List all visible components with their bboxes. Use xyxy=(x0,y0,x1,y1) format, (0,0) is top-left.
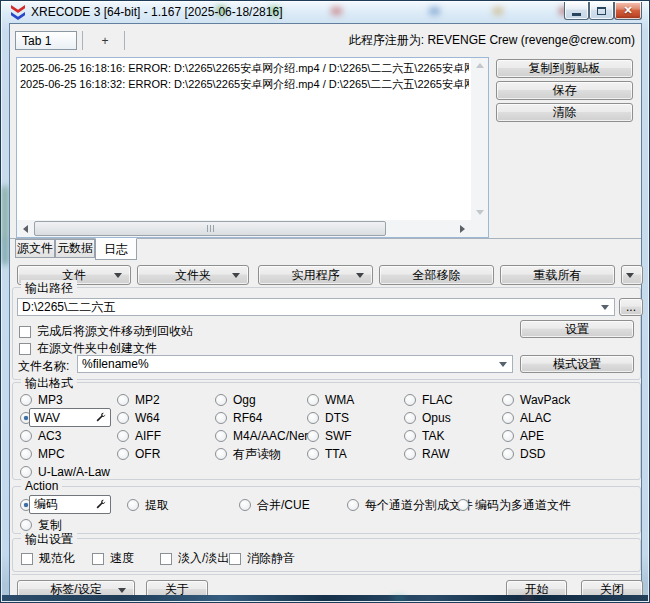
format-wav-settings-box[interactable]: WAV xyxy=(29,408,111,427)
format-option-aiff[interactable]: AIFF xyxy=(117,429,161,443)
add-tab-label: + xyxy=(101,34,108,48)
radio-icon xyxy=(127,499,139,511)
titlebar[interactable]: XRECODE 3 [64-bit] - 1.167 [2025-06-18/2… xyxy=(1,1,649,23)
checkbox-icon xyxy=(160,553,172,565)
settings-button[interactable]: 设置 xyxy=(520,320,634,338)
radio-icon xyxy=(20,448,32,460)
format-option-alac[interactable]: ALAC xyxy=(502,411,551,425)
action-option-merge-cue[interactable]: 合并/CUE xyxy=(239,498,310,512)
action-option-split-channels[interactable]: 每个通道分割成文件 xyxy=(347,498,473,512)
radio-icon xyxy=(215,412,227,424)
app-window: XRECODE 3 [64-bit] - 1.167 [2025-06-18/2… xyxy=(0,0,650,603)
desktop-smudge xyxy=(2,239,8,265)
checkbox-icon xyxy=(21,553,33,565)
action-encode-settings-box[interactable]: 编码 xyxy=(29,495,111,514)
scroll-left-button[interactable] xyxy=(17,220,34,237)
format-option-audiobook[interactable]: 有声读物 xyxy=(215,447,281,461)
action-option-multichannel[interactable]: 编码为多通道文件 xyxy=(457,498,571,512)
format-option-rf64[interactable]: RF64 xyxy=(215,411,262,425)
reload-all-button[interactable]: 重载所有 xyxy=(500,265,615,285)
chevron-down-icon xyxy=(601,305,609,310)
close-button[interactable]: ✕ xyxy=(614,2,642,20)
format-option-w64[interactable]: W64 xyxy=(117,411,160,425)
chevron-down-icon xyxy=(232,273,240,278)
minimize-button[interactable] xyxy=(564,2,589,20)
filename-pattern-combobox[interactable]: %filename% xyxy=(77,355,513,373)
fade-label: 淡入/淡出 xyxy=(178,550,229,567)
format-label: SWF xyxy=(325,429,352,443)
format-option-flac[interactable]: FLAC xyxy=(404,393,453,407)
horizontal-scrollbar[interactable] xyxy=(17,220,471,237)
action-option-copy[interactable]: 复制 xyxy=(20,518,62,532)
format-option-ape[interactable]: APE xyxy=(502,429,544,443)
maximize-button[interactable] xyxy=(589,2,614,20)
format-option-mpc[interactable]: MPC xyxy=(20,447,65,461)
format-option-mp3[interactable]: MP3 xyxy=(20,393,63,407)
more-options-button[interactable] xyxy=(621,265,643,285)
format-label: Ogg xyxy=(233,393,256,407)
move-to-recycle-checkbox[interactable]: 完成后将源文件移动到回收站 xyxy=(19,323,193,340)
fade-checkbox[interactable]: 淡入/淡出 xyxy=(160,550,229,567)
filename-pattern-value: %filename% xyxy=(82,357,149,371)
scroll-right-button[interactable] xyxy=(454,220,471,237)
tab-log[interactable]: 日志 xyxy=(95,238,137,260)
remove-all-button[interactable]: 全部移除 xyxy=(379,265,494,285)
format-option-raw[interactable]: RAW xyxy=(404,447,450,461)
browse-button[interactable]: ... xyxy=(619,298,643,316)
save-button[interactable]: 保存 xyxy=(496,81,633,100)
scrollbar-thumb[interactable] xyxy=(34,221,386,236)
action-group-label: Action xyxy=(21,479,62,493)
remove-silence-checkbox[interactable]: 消除静音 xyxy=(229,550,295,567)
scroll-down-icon[interactable] xyxy=(476,210,484,215)
copy-label: 复制到剪贴板 xyxy=(529,60,601,77)
format-option-ulaw-alaw[interactable]: U-Law/A-Law xyxy=(20,465,110,479)
xrecode-logo-icon xyxy=(11,5,25,20)
format-option-dts[interactable]: DTS xyxy=(307,411,349,425)
tabbar-separator xyxy=(82,31,83,50)
format-label: DSD xyxy=(520,447,545,461)
pattern-settings-button[interactable]: 模式设置 xyxy=(520,355,634,373)
folder-menu-button[interactable]: 文件夹 xyxy=(137,265,249,285)
checkbox-icon xyxy=(19,326,31,338)
thumb-grip xyxy=(210,225,211,232)
radio-icon xyxy=(117,394,129,406)
format-option-ofr[interactable]: OFR xyxy=(117,447,160,461)
utilities-menu-button[interactable]: 实用程序 xyxy=(258,265,373,285)
format-option-ogg[interactable]: Ogg xyxy=(215,393,256,407)
remove-all-label: 全部移除 xyxy=(413,267,461,284)
output-path-combobox[interactable]: D:\2265\二二六五 xyxy=(17,298,615,316)
checkbox-icon xyxy=(229,553,241,565)
maximize-icon xyxy=(597,7,606,15)
radio-icon xyxy=(502,412,514,424)
format-option-swf[interactable]: SWF xyxy=(307,429,352,443)
action-label: 合并/CUE xyxy=(257,497,310,514)
add-tab-button[interactable]: + xyxy=(92,31,118,50)
log-view[interactable]: 2025-06-25 16:18:16: ERROR: D:\2265\2265… xyxy=(16,57,489,238)
thumb-grip xyxy=(213,225,214,232)
tabbar-separator xyxy=(124,31,125,50)
format-option-wma[interactable]: WMA xyxy=(307,393,354,407)
tab-1[interactable]: Tab 1 xyxy=(15,31,77,50)
format-option-tak[interactable]: TAK xyxy=(404,429,444,443)
tab-metadata[interactable]: 元数据 xyxy=(55,239,95,258)
format-option-opus[interactable]: Opus xyxy=(404,411,451,425)
normalize-checkbox[interactable]: 规范化 xyxy=(21,550,75,567)
vertical-scrollbar[interactable] xyxy=(471,58,488,220)
format-option-tta[interactable]: TTA xyxy=(307,447,347,461)
output-path-value: D:\2265\二二六五 xyxy=(22,299,115,316)
format-option-mp2[interactable]: MP2 xyxy=(117,393,160,407)
format-option-dsd[interactable]: DSD xyxy=(502,447,545,461)
copy-to-clipboard-button[interactable]: 复制到剪贴板 xyxy=(496,59,633,78)
format-option-ac3[interactable]: AC3 xyxy=(20,429,61,443)
scroll-up-icon[interactable] xyxy=(476,63,484,68)
bottom-separator xyxy=(12,574,641,575)
format-option-wavpack[interactable]: WavPack xyxy=(502,393,570,407)
action-option-extract[interactable]: 提取 xyxy=(127,498,169,512)
client-area: Tab 1 + 此程序注册为: REVENGE Crew (revenge@cr… xyxy=(9,23,642,598)
format-option-m4a[interactable]: M4A/AAC/Nero xyxy=(215,429,315,443)
tab-1-label: Tab 1 xyxy=(22,34,51,48)
speed-checkbox[interactable]: 速度 xyxy=(92,550,134,567)
clear-button[interactable]: 清除 xyxy=(496,103,633,122)
tab-source-files[interactable]: 源文件 xyxy=(15,239,55,258)
format-label: RF64 xyxy=(233,411,262,425)
